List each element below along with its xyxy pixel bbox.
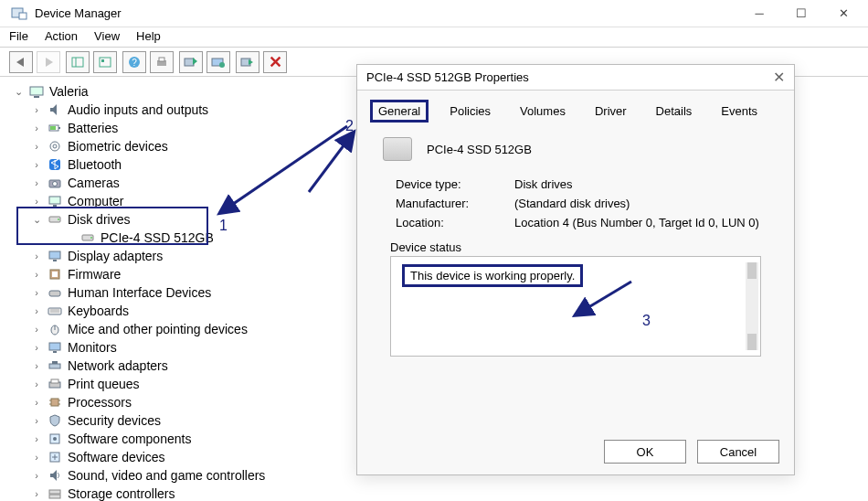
close-button[interactable]: ✕ xyxy=(822,0,864,27)
tree-category-label: Firmware xyxy=(68,265,121,283)
chevron-right-icon[interactable]: › xyxy=(31,466,42,485)
device-status-text: This device is working properly. xyxy=(402,264,583,287)
device-category-icon xyxy=(48,358,62,373)
menu-file[interactable]: File xyxy=(9,29,28,43)
dialog-close-button[interactable]: ✕ xyxy=(773,69,785,86)
device-status-box: This device is working properly. xyxy=(390,256,761,357)
device-type-value: Disk drives xyxy=(514,177,774,191)
device-category-icon xyxy=(48,468,62,483)
tree-category-label: Cameras xyxy=(68,174,120,192)
tab-policies[interactable]: Policies xyxy=(441,100,499,123)
svg-point-23 xyxy=(53,182,58,187)
tab-general[interactable]: General xyxy=(370,100,429,123)
chevron-right-icon[interactable]: › xyxy=(31,448,42,466)
enable-device-button[interactable] xyxy=(236,51,259,73)
chevron-right-icon[interactable]: › xyxy=(31,174,42,192)
tree-category[interactable]: ›Storage controllers xyxy=(13,485,868,501)
location-value: Location 4 (Bus Number 0, Target Id 0, L… xyxy=(514,216,774,229)
menu-view[interactable]: View xyxy=(94,29,120,43)
tree-category-label: Human Interface Devices xyxy=(68,283,211,302)
chevron-right-icon[interactable]: › xyxy=(31,155,42,174)
svg-rect-31 xyxy=(53,260,57,261)
chevron-right-icon[interactable]: › xyxy=(31,375,42,393)
device-category-icon xyxy=(48,121,62,135)
device-category-icon xyxy=(48,395,62,410)
update-driver-button[interactable] xyxy=(179,51,203,73)
chevron-right-icon[interactable]: › xyxy=(31,485,42,501)
annotation-number-2: 2 xyxy=(345,118,354,134)
chevron-right-icon[interactable]: › xyxy=(31,338,42,357)
dialog-title: PCIe-4 SSD 512GB Properties xyxy=(366,70,529,84)
chevron-right-icon[interactable]: › xyxy=(31,302,42,320)
annotation-number-1: 1 xyxy=(219,218,228,234)
tree-category-label: Storage controllers xyxy=(68,485,175,501)
chevron-right-icon[interactable]: › xyxy=(31,430,42,448)
svg-rect-10 xyxy=(185,59,194,66)
chevron-right-icon[interactable]: › xyxy=(31,119,42,137)
annotation-box-1 xyxy=(16,207,208,245)
maximize-button[interactable]: ☐ xyxy=(780,0,822,27)
print-toolbar-button[interactable] xyxy=(150,51,174,73)
tab-details[interactable]: Details xyxy=(648,100,701,123)
window-title: Device Manager xyxy=(35,6,122,20)
uninstall-device-button[interactable]: ✕ xyxy=(263,51,287,73)
ok-button[interactable]: OK xyxy=(604,440,686,464)
chevron-down-icon[interactable]: ⌄ xyxy=(13,82,24,101)
chevron-right-icon[interactable]: › xyxy=(31,265,42,283)
tree-category-label: Software components xyxy=(68,430,191,448)
svg-rect-46 xyxy=(51,399,58,406)
device-manager-window: Device Manager ─ ☐ ✕ File Action View He… xyxy=(0,0,868,501)
scan-hardware-button[interactable] xyxy=(206,51,230,73)
svg-rect-34 xyxy=(49,291,60,296)
svg-rect-43 xyxy=(52,361,58,364)
chevron-right-icon[interactable]: › xyxy=(31,411,42,430)
tree-category-label: Security devices xyxy=(68,411,161,430)
svg-rect-5 xyxy=(101,59,104,62)
properties-toolbar-button[interactable] xyxy=(93,51,117,73)
device-category-icon xyxy=(48,139,62,154)
chevron-right-icon[interactable]: › xyxy=(31,247,42,265)
chevron-right-icon[interactable]: › xyxy=(31,283,42,302)
device-category-icon xyxy=(48,102,62,117)
chevron-right-icon[interactable]: › xyxy=(31,101,42,119)
svg-rect-42 xyxy=(49,364,60,368)
device-type-label: Device type: xyxy=(396,177,514,191)
chevron-right-icon[interactable]: › xyxy=(31,137,42,155)
tree-category-label: Keyboards xyxy=(68,302,129,320)
properties-dialog: PCIe-4 SSD 512GB Properties ✕ General Po… xyxy=(356,64,795,475)
scrollbar[interactable] xyxy=(746,262,758,350)
tab-events[interactable]: Events xyxy=(713,100,766,123)
help-toolbar-button[interactable]: ? xyxy=(122,51,146,73)
tree-category-label: Software devices xyxy=(68,448,165,466)
device-category-icon xyxy=(48,377,62,391)
dialog-tabs: General Policies Volumes Driver Details … xyxy=(357,91,794,123)
svg-rect-30 xyxy=(49,251,60,259)
svg-rect-15 xyxy=(34,96,39,98)
chevron-right-icon[interactable]: › xyxy=(31,357,42,375)
svg-rect-14 xyxy=(30,87,43,95)
device-category-icon xyxy=(48,304,62,318)
device-category-icon xyxy=(48,486,62,501)
tab-driver[interactable]: Driver xyxy=(587,100,635,123)
menu-help[interactable]: Help xyxy=(136,29,161,43)
location-label: Location: xyxy=(396,216,514,229)
device-category-icon xyxy=(48,432,62,446)
show-hide-tree-button[interactable] xyxy=(66,51,90,73)
back-button[interactable] xyxy=(9,51,33,73)
svg-rect-41 xyxy=(53,351,57,353)
menubar: File Action View Help xyxy=(0,27,868,48)
minimize-button[interactable]: ─ xyxy=(738,0,780,27)
forward-button[interactable] xyxy=(37,51,60,73)
chevron-right-icon[interactable]: › xyxy=(31,393,42,411)
tree-category-label: Print queues xyxy=(68,375,140,393)
svg-point-12 xyxy=(219,62,225,68)
svg-rect-2 xyxy=(72,58,83,67)
chevron-right-icon[interactable]: › xyxy=(31,320,42,338)
svg-rect-18 xyxy=(50,126,56,130)
cancel-button[interactable]: Cancel xyxy=(697,440,779,464)
menu-action[interactable]: Action xyxy=(45,29,78,43)
tab-volumes[interactable]: Volumes xyxy=(512,100,574,123)
device-category-icon xyxy=(48,450,62,464)
tree-category-label: Sound, video and game controllers xyxy=(68,466,265,485)
device-category-icon xyxy=(48,157,62,172)
